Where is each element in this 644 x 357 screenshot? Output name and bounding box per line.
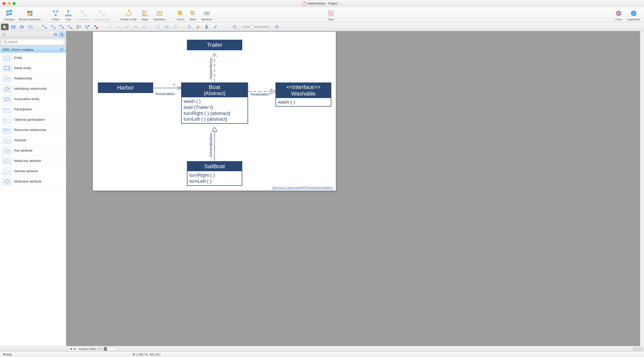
connector-tool-5[interactable] — [75, 24, 83, 30]
text-tool[interactable] — [27, 24, 34, 30]
svg-rect-33 — [207, 12, 210, 15]
canvas[interactable]: Trailer Harbor Boat {Abstract} wash ( ) … — [66, 31, 644, 346]
svg-point-109 — [5, 169, 10, 172]
minimize-window-button[interactable] — [8, 2, 11, 5]
connector-tool-6[interactable] — [84, 24, 91, 30]
snap-tool-3[interactable] — [172, 24, 179, 30]
browse-solutions-button[interactable]: Browse Solutions — [17, 9, 43, 21]
sheet-tab-3[interactable] — [110, 347, 114, 351]
splitter-handle[interactable] — [66, 346, 69, 351]
line-tool-4[interactable] — [132, 24, 139, 30]
inspectors-button[interactable]: iInspectors — [625, 9, 642, 21]
view-mode-1[interactable] — [633, 347, 637, 351]
sidebar-list: Entity Weak entity Relationship Identify… — [0, 53, 66, 346]
sheet-tab-1[interactable] — [104, 347, 107, 351]
sheet-prev-button[interactable]: ◀ — [69, 347, 73, 351]
titlebar: relationships - Page1 ⌄ — [0, 0, 644, 7]
svg-rect-9 — [56, 11, 58, 12]
snap-tool-1[interactable] — [154, 24, 162, 30]
reverse-link-button[interactable]: Reverse link — [92, 9, 112, 21]
line-tool-3[interactable] — [123, 24, 131, 30]
sidebar-item-identifying-relationship[interactable]: Identifying relationship — [0, 83, 66, 94]
rotate-flip-button[interactable]: Rotate & Flip — [118, 9, 139, 21]
tree-button[interactable]: Tree — [62, 9, 74, 21]
identical-button[interactable]: Identical — [199, 9, 214, 21]
sidebar-item-entity[interactable]: Entity — [0, 53, 66, 63]
hand-tool[interactable] — [194, 24, 202, 30]
back-button[interactable]: Back — [187, 9, 199, 21]
sidebar-item-optional-participation[interactable]: Optional participation — [0, 114, 66, 125]
grid-button[interactable]: Grid — [325, 9, 337, 21]
sidebar-item-key-attribute[interactable]: Key attribute — [0, 145, 66, 156]
connector-tool-3[interactable] — [58, 24, 65, 30]
search-input[interactable] — [2, 39, 64, 45]
sidebar-view-list[interactable] — [1, 32, 7, 37]
line-tool-2[interactable] — [115, 24, 122, 30]
delete-link-button[interactable]: Delete link — [75, 9, 92, 21]
label-realization: Realization — [251, 92, 269, 96]
connector-tool-2[interactable] — [49, 24, 57, 30]
svg-rect-58 — [79, 26, 81, 27]
maximize-window-button[interactable] — [13, 2, 16, 5]
sidebar-search-toggle[interactable] — [59, 32, 65, 37]
connector-tool-1[interactable] — [41, 24, 48, 30]
zoom-stepper[interactable]: ▲▼ — [98, 347, 102, 350]
zoom-label[interactable]: Custom 108% — [79, 347, 96, 350]
sidebar-item-attribute[interactable]: Attribute — [0, 135, 66, 145]
chain-button[interactable]: Chain — [50, 9, 62, 21]
sidebar-item-relationship[interactable]: Relationship — [0, 73, 66, 83]
delete-tool[interactable] — [92, 24, 100, 30]
svg-rect-11 — [67, 10, 69, 12]
sidebar-item-recursive-relationship[interactable]: Recursive relationship — [0, 125, 66, 135]
line-tool-5[interactable] — [140, 24, 148, 30]
zoom-out-button[interactable] — [231, 24, 238, 30]
eyedropper-tool[interactable] — [211, 24, 219, 30]
page[interactable]: Trailer Harbor Boat {Abstract} wash ( ) … — [93, 32, 336, 191]
libraries-button[interactable]: Libraries — [2, 9, 17, 21]
sheet-next-button[interactable]: ▶ — [73, 347, 77, 351]
snap-tool-2[interactable] — [163, 24, 171, 30]
zoom-slider-thumb[interactable] — [250, 25, 253, 29]
sidebar-item-associative-entity[interactable]: Associative entity — [0, 94, 66, 104]
line-tool-1[interactable] — [106, 24, 114, 30]
svg-rect-54 — [68, 25, 69, 26]
close-window-button[interactable] — [3, 2, 6, 5]
svg-rect-12 — [65, 15, 67, 16]
uml-class-sailboat[interactable]: SailBoat turnRight ( ) turnLeft ( ) — [187, 161, 242, 186]
sidebar-view-grid[interactable] — [52, 32, 58, 37]
zoom-tool[interactable] — [186, 24, 193, 30]
align-button[interactable]: Align — [139, 9, 151, 21]
ellipse-tool[interactable] — [18, 24, 26, 30]
sidebar-item-participation[interactable]: Participation — [0, 104, 66, 114]
label-dependency: Dependency — [209, 58, 213, 79]
zoom-slider[interactable] — [242, 26, 270, 28]
rect-tool[interactable] — [10, 24, 17, 30]
zoom-in-button[interactable] — [273, 24, 281, 30]
distribute-button[interactable]: Distribute — [152, 9, 167, 21]
sheet-tab-2[interactable] — [107, 347, 110, 351]
uml-interface-washable[interactable]: <<interface>> Washable wash ( ) — [275, 82, 331, 107]
connector-tool-4[interactable] — [66, 24, 74, 30]
uml-class-harbor[interactable]: Harbor — [98, 82, 153, 93]
stamp-tool[interactable] — [203, 24, 210, 30]
sheet-tabs — [104, 347, 633, 351]
label-star: * — [173, 83, 175, 88]
front-button[interactable]: Front — [174, 9, 186, 21]
pointer-tool[interactable] — [1, 24, 9, 30]
uml-class-boat[interactable]: Boat {Abstract} wash ( ) load (Trailer t… — [181, 82, 248, 124]
sidebar-item-weak-entity[interactable]: Weak entity — [0, 63, 66, 73]
status-mouse-coords: M: [ 192.74, 102.10 ] — [133, 353, 160, 356]
sidebar-item-derived-attribute[interactable]: Derived attribute — [0, 166, 66, 176]
svg-rect-21 — [143, 15, 148, 16]
sidebar-section-header[interactable]: ERD, Chen's notation ✕ — [0, 47, 66, 53]
sheet-tab-4[interactable] — [113, 347, 117, 351]
sidebar-item-multivalue-attribute[interactable]: Multivalue attribute — [0, 176, 66, 187]
source-link[interactable]: http://sce2.umkc.edu/BIT/burrise/pl/mode… — [272, 186, 333, 190]
view-mode-2[interactable] — [638, 347, 642, 351]
color-button[interactable]: Color — [613, 9, 625, 21]
vertical-scrollbar[interactable] — [640, 31, 644, 346]
uml-class-trailer[interactable]: Trailer — [187, 40, 242, 50]
sidebar-item-weak-key-attribute[interactable]: Weak key attribute — [0, 156, 66, 166]
close-icon[interactable]: ✕ — [60, 48, 63, 51]
window-title[interactable]: relationships - Page1 ⌄ — [302, 2, 341, 5]
